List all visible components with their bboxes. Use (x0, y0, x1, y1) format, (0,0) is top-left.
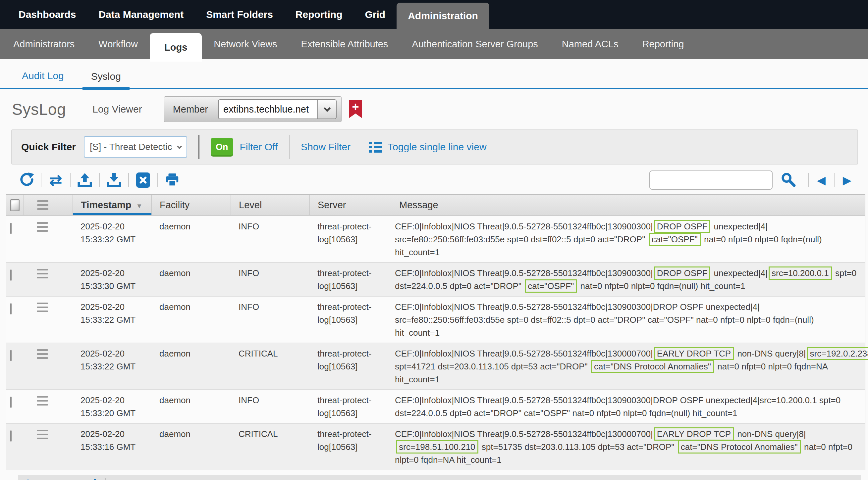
nav-dashboards[interactable]: Dashboards (7, 0, 87, 29)
row-menu-icon[interactable] (37, 430, 72, 439)
member-label: Member (173, 104, 208, 115)
subnav-authentication-server-groups[interactable]: Authentication Server Groups (400, 29, 550, 59)
nav-smart-folders[interactable]: Smart Folders (195, 0, 284, 29)
refresh-icon[interactable] (19, 172, 34, 188)
nav-grid[interactable]: Grid (354, 0, 397, 29)
page-header: SysLog Log Viewer Member extibns.techblu… (0, 89, 868, 125)
single-line-view-icon[interactable] (369, 142, 382, 152)
row-select-cell (6, 343, 24, 389)
upload-icon[interactable] (77, 172, 93, 188)
row-checkbox[interactable] (10, 430, 11, 442)
bookmark-add-icon[interactable] (349, 100, 362, 118)
subnav-reporting[interactable]: Reporting (630, 29, 696, 59)
column-header-level[interactable]: Level (230, 195, 309, 215)
row-menu-icon[interactable] (37, 349, 72, 359)
row-menu-icon[interactable] (37, 303, 72, 312)
message-text: CEF:0|Infoblox|NIOS Threat|9.0.5-52728-5… (395, 349, 653, 358)
previous-page-icon (48, 478, 57, 480)
column-header-facility[interactable]: Facility (151, 195, 230, 215)
next-page-icon (66, 478, 74, 480)
column-header-message[interactable]: Message (391, 195, 865, 215)
message-line: src=198.51.100.210 spt=51735 dst=203.0.1… (395, 441, 862, 453)
resync-icon[interactable] (48, 172, 64, 188)
tab-audit-log[interactable]: Audit Log (17, 68, 69, 88)
message-text: CEF:0|Infoblox|NIOS Threat|9.0.5-52728-5… (395, 395, 840, 405)
filter-on-badge[interactable]: On (211, 138, 233, 157)
nav-data-management[interactable]: Data Management (87, 0, 195, 29)
subnav-workflow[interactable]: Workflow (87, 29, 150, 59)
next-match-icon[interactable] (841, 173, 854, 187)
threat-highlight: DROP OSPF (654, 220, 711, 233)
tab-syslog[interactable]: Syslog (83, 68, 129, 90)
message-text: nat=0 nfpt=0 nlpt=0 fqdn=(null) (702, 234, 822, 244)
column-header-server[interactable]: Server (309, 195, 391, 215)
message-text: dst=224.0.0.5 dpt=0 act="DROP" (395, 281, 524, 291)
subnav-network-views[interactable]: Network Views (202, 29, 289, 59)
server-cell: threat-protect-log[10563] (309, 390, 391, 423)
sort-desc-icon (131, 200, 143, 210)
first-page-button[interactable] (27, 478, 39, 480)
separator (128, 173, 129, 187)
facility-cell: daemon (151, 390, 230, 423)
message-text: non-DNS query|8| (735, 429, 806, 439)
table-menu-icon[interactable] (37, 200, 49, 210)
toggle-single-line-view-link[interactable]: Toggle single line view (388, 141, 487, 152)
column-header-timestamp[interactable]: Timestamp (72, 195, 151, 215)
row-checkbox[interactable] (10, 223, 11, 234)
facility-cell: daemon (151, 216, 230, 262)
threat-highlight: EARLY DROP TCP (654, 347, 734, 360)
nav-reporting[interactable]: Reporting (284, 0, 354, 29)
timestamp-time: 15:33:22 GMT (81, 313, 151, 327)
timestamp-date: 2025-02-20 (81, 220, 151, 233)
subnav-extensible-attributes[interactable]: Extensible Attributes (289, 29, 400, 59)
row-menu-icon[interactable] (37, 269, 72, 278)
filter-off-link[interactable]: Filter Off (240, 141, 278, 152)
row-checkbox[interactable] (10, 270, 11, 281)
select-all-checkbox[interactable] (10, 199, 20, 211)
message-text: CEF:0|Infoblox|NIOS Threat|9.0.5-52728-5… (395, 268, 653, 278)
member-combobox[interactable]: extibns.techblue.net (218, 99, 318, 119)
search-input[interactable] (649, 170, 773, 190)
message-line: CEF:0|Infoblox|NIOS Threat|9.0.5-52728-5… (395, 428, 862, 441)
previous-page-button[interactable] (48, 478, 57, 480)
print-icon[interactable] (164, 172, 180, 188)
timestamp-date: 2025-02-20 (81, 347, 151, 360)
row-menu-icon[interactable] (37, 222, 72, 232)
message-text: CEF:0|Infoblox|NIOS Threat|9.0.5-52728-5… (395, 221, 653, 231)
last-page-button[interactable] (84, 478, 96, 480)
row-checkbox[interactable] (10, 397, 11, 408)
previous-match-icon[interactable] (815, 173, 828, 187)
first-page-icon (30, 478, 39, 480)
message-line: src=fe80::250:56ff:fe03:d55e spt=0 dst=f… (395, 313, 862, 327)
search-icon[interactable] (780, 172, 796, 188)
subnav-administrators[interactable]: Administrators (1, 29, 87, 59)
member-dropdown-button[interactable] (318, 99, 337, 119)
subnav-named-acls[interactable]: Named ACLs (550, 29, 630, 59)
row-select-cell (6, 297, 24, 343)
server-cell: threat-protect-log[10563] (309, 343, 391, 389)
table-row: 2025-02-2015:33:22 GMTdaemonCRITICALthre… (6, 343, 865, 389)
nav-administration[interactable]: Administration (397, 3, 489, 29)
next-page-button[interactable] (66, 478, 74, 480)
quick-filter-select[interactable]: [S] - Threat Detectic (84, 136, 187, 158)
server-cell: threat-protect-log[10563] (309, 216, 391, 262)
table-row: 2025-02-2015:33:30 GMTdaemonINFOthreat-p… (6, 262, 865, 296)
quick-filter-selected-value: [S] - Threat Detectic (90, 142, 172, 152)
timestamp-date: 2025-02-20 (81, 428, 151, 441)
show-filter-link[interactable]: Show Filter (301, 141, 350, 152)
row-menu-cell (24, 424, 72, 470)
facility-cell: daemon (151, 424, 230, 470)
row-menu-icon[interactable] (37, 396, 72, 406)
export-icon[interactable] (135, 172, 151, 188)
message-line: hit_count=1 (395, 373, 868, 386)
row-checkbox[interactable] (10, 303, 11, 314)
quick-filter-label: Quick Filter (21, 141, 76, 152)
row-checkbox[interactable] (10, 350, 11, 361)
log-viewer-label: Log Viewer (92, 104, 142, 115)
message-text: unexpected|4| (711, 221, 768, 231)
message-text: dst=224.0.0.5 dpt=0 act="DROP" cat="OSPF… (395, 408, 738, 418)
last-page-icon (84, 478, 92, 480)
subnav-logs[interactable]: Logs (150, 33, 202, 62)
search-zone (649, 170, 854, 190)
download-icon[interactable] (106, 172, 122, 188)
